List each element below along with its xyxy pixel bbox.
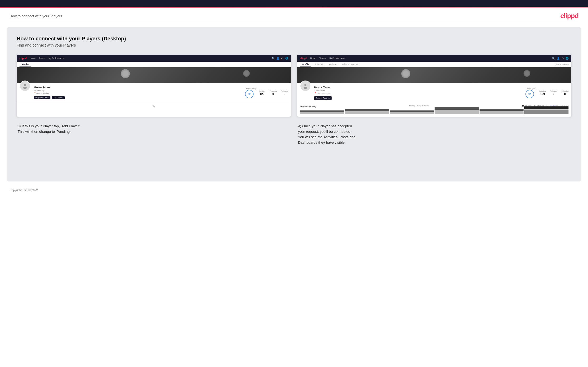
left-hero-image — [17, 67, 291, 83]
bar-group-1 — [300, 110, 344, 114]
right-hero-image — [297, 67, 571, 83]
svg-point-2 — [304, 84, 307, 86]
left-tabs: Profile — [17, 62, 291, 67]
search-icon[interactable]: 🔍 — [272, 57, 275, 60]
left-tab-profile[interactable]: Profile — [19, 62, 31, 67]
section-title: How to connect with your Players (Deskto… — [17, 36, 571, 42]
activity-title-text: Activity Summary — [300, 106, 316, 108]
bar-off-1 — [300, 110, 344, 112]
left-nav-icons: 🔍 👤 ⚙ 🌐 — [272, 57, 288, 60]
left-avatar — [19, 81, 30, 92]
right-caption-text: 4) Once your Player has acceptedyour req… — [298, 123, 571, 145]
right-globe-icon[interactable]: 🌐 — [566, 57, 569, 60]
right-tab-dashboard[interactable]: Dashboard — [311, 62, 327, 67]
left-stat-following: Following 0 — [281, 90, 288, 96]
left-stat-group: Activities 129 Followers 0 Following 0 — [259, 90, 288, 96]
right-tabs: Profile Dashboard Activities What To Wor… — [297, 62, 571, 67]
left-nav-myperformance[interactable]: My Performance — [49, 57, 64, 59]
left-caption-text: 3) If this is your Player tap, 'Add Play… — [17, 123, 290, 134]
hero-blob-2 — [243, 70, 250, 77]
bar-off-5 — [480, 109, 524, 111]
right-player-location: 📍 United Kingdom — [314, 92, 522, 94]
left-player-location: 📍 United Kingdom — [34, 92, 242, 94]
left-stat-followers: Followers 0 — [269, 90, 277, 96]
right-activity-section: Activity Summary Monthly Activity · 6 Mo… — [297, 102, 571, 117]
left-profile-area: Marcus Turner 1-5 Handicap 📍 United King… — [17, 83, 291, 102]
screenshots-row: clippd Home Teams My Performance 🔍 👤 ⚙ 🌐… — [17, 55, 571, 117]
right-nav-home[interactable]: Home — [310, 57, 316, 59]
svg-point-0 — [24, 84, 26, 86]
right-stat-activities: Activities 129 — [539, 90, 546, 96]
left-quality-circle: 92 — [245, 90, 254, 98]
activity-title: Activity Summary — [300, 104, 316, 108]
remove-player-x-icon: × — [329, 97, 330, 99]
hero-blob-1 — [121, 69, 130, 78]
main-content: How to connect with your Players (Deskto… — [7, 27, 581, 182]
right-avatar — [300, 81, 311, 92]
bar-group-6 — [524, 106, 569, 114]
on-course-legend-dot — [522, 105, 524, 107]
right-action-buttons: Remove Player × — [314, 96, 522, 100]
right-nav-teams[interactable]: Teams — [319, 57, 326, 59]
bar-on-2 — [345, 111, 389, 114]
right-user-icon[interactable]: 👤 — [557, 57, 560, 60]
header-divider — [9, 22, 579, 22]
right-hero-blob-1 — [401, 69, 410, 78]
bar-group-2 — [345, 109, 389, 114]
bar-group-3 — [390, 110, 434, 114]
left-scratch-area: ✎ — [17, 102, 291, 111]
globe-icon[interactable]: 🌐 — [285, 57, 288, 60]
settings-icon[interactable]: ⚙ — [281, 57, 283, 60]
user-icon[interactable]: 👤 — [277, 57, 279, 60]
page-header: How to connect with your Players clippd — [0, 8, 588, 22]
right-profile-info: Marcus Turner 1-5 Handicap 📍 United King… — [314, 85, 522, 100]
bar-off-3 — [390, 110, 434, 112]
right-tab-profile[interactable]: Profile — [300, 62, 311, 67]
right-quality-block: Player Quality 92 — [526, 88, 538, 98]
right-navbar: clippd Home Teams My Performance 🔍 👤 ⚙ 🌐 — [297, 55, 571, 62]
right-hero-blob-2 — [524, 70, 530, 77]
add-player-button[interactable]: Add Player + — [52, 96, 65, 99]
right-player-name: Marcus Turner — [314, 86, 522, 89]
right-stat-group: Activities 129 Followers 0 Following 0 — [539, 90, 569, 96]
left-quality-value: 92 — [248, 93, 251, 95]
right-caption: 4) Once your Player has acceptedyour req… — [297, 123, 571, 145]
svg-point-1 — [23, 87, 27, 89]
footer: Copyright Clippd 2022 — [0, 186, 588, 194]
copyright-text: Copyright Clippd 2022 — [9, 189, 38, 192]
right-quality-label: Player Quality — [526, 88, 538, 89]
bar-off-6 — [524, 106, 569, 109]
screenshot-left: clippd Home Teams My Performance 🔍 👤 ⚙ 🌐… — [17, 55, 291, 117]
activity-chart — [300, 109, 569, 114]
bar-on-3 — [390, 112, 434, 114]
bar-on-1 — [300, 112, 344, 114]
left-caption: 3) If this is your Player tap, 'Add Play… — [17, 123, 291, 145]
right-settings-icon[interactable]: ⚙ — [562, 57, 564, 60]
right-profile-area: Marcus Turner 1-5 Handicap 📍 United King… — [297, 83, 571, 102]
right-tab-whattoworkon[interactable]: What To Work On — [340, 62, 362, 67]
right-nav-icons: 🔍 👤 ⚙ 🌐 — [552, 57, 569, 60]
left-stat-activities: Activities 129 — [259, 90, 266, 96]
bar-on-4 — [435, 110, 479, 114]
right-tab-username[interactable]: Marcus Turner ▾ — [555, 62, 569, 67]
left-nav-home[interactable]: Home — [30, 57, 35, 59]
top-bar — [0, 0, 588, 7]
section-subtitle: Find and connect with your Players — [17, 43, 571, 48]
left-player-name: Marcus Turner — [34, 86, 242, 89]
right-stat-following: Following 0 — [561, 90, 569, 96]
left-nav-teams[interactable]: Teams — [39, 57, 45, 59]
right-location-pin-icon: 📍 — [314, 92, 316, 94]
remove-player-button[interactable]: Remove Player × — [314, 96, 332, 100]
svg-point-3 — [303, 87, 307, 89]
left-action-buttons: Request to Follow Add Player + — [34, 96, 242, 99]
right-tab-activities[interactable]: Activities — [327, 62, 340, 67]
logo: clippd — [560, 12, 579, 20]
right-stat-followers: Followers 0 — [550, 90, 557, 96]
bar-group-5 — [480, 109, 524, 114]
right-search-icon[interactable]: 🔍 — [552, 57, 555, 60]
bar-off-2 — [345, 109, 389, 111]
left-stats-area: Player Quality 92 Activities 129 Followe… — [245, 85, 288, 98]
request-to-follow-button[interactable]: Request to Follow — [34, 96, 51, 99]
right-nav-myperformance[interactable]: My Performance — [329, 57, 345, 59]
bar-on-6 — [524, 109, 569, 114]
